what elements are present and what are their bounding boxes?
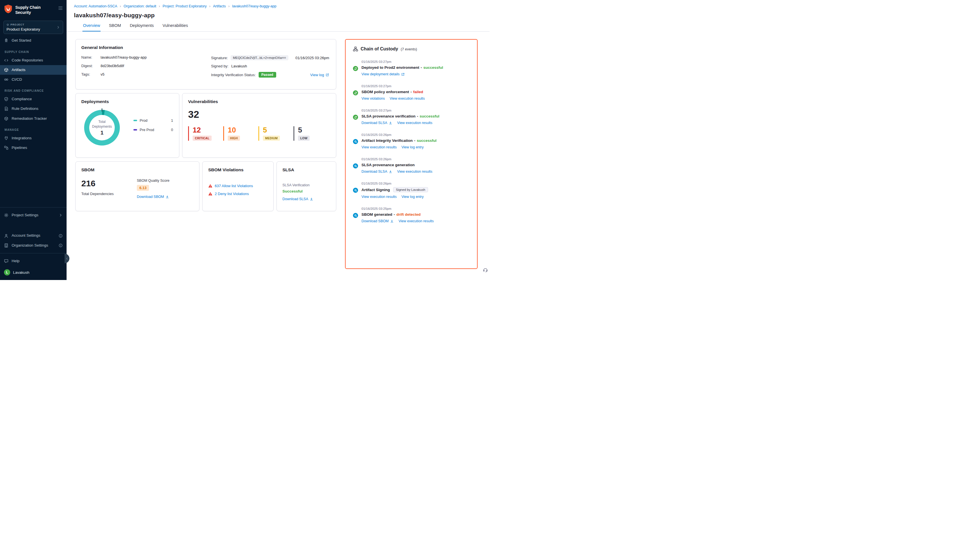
- breadcrumb-lavakush07-easy-buggy-app[interactable]: lavakush07/easy-buggy-app: [232, 4, 276, 8]
- custody-event-deployed-to-prod2-environment: 01/16/2025 03:27pmDeployed to Prod2 envi…: [353, 60, 471, 76]
- view-execution-results-link[interactable]: View execution results: [361, 195, 397, 199]
- sidebar-item-pipelines[interactable]: Pipelines: [0, 143, 67, 153]
- info-icon: [58, 234, 63, 238]
- content-area: General Information Name:lavakush07/easy…: [67, 32, 490, 280]
- view-execution-results-link[interactable]: View execution results: [399, 219, 434, 223]
- event-timestamp: 01/16/2025 03:27pm: [361, 109, 471, 112]
- chain-of-custody-icon: [353, 47, 358, 52]
- sidebar-item-compliance[interactable]: Compliance: [0, 94, 67, 104]
- download-sbom-link[interactable]: Download SBOM: [137, 195, 169, 199]
- tab-deployments[interactable]: Deployments: [129, 23, 154, 32]
- external-link-icon: [401, 72, 405, 76]
- sidebar-item-rule-definitions[interactable]: Rule Definitions: [0, 104, 67, 113]
- rocket-icon: [4, 38, 8, 43]
- 637-allow-list-violations-link[interactable]: 637 Allow list Violations: [215, 184, 253, 188]
- tab-vulnerabilities[interactable]: Vulnerabilities: [162, 23, 189, 32]
- download-slsa-link[interactable]: Download SLSA: [282, 197, 313, 201]
- info-field-tags: Tags:v5: [81, 72, 211, 77]
- view-log-entry-link[interactable]: View log entry: [401, 195, 423, 199]
- deployments-card: Deployments Total Deployments 1 Prod1Pre…: [75, 93, 179, 158]
- package-icon: [4, 68, 8, 72]
- user-menu[interactable]: L Lavakush: [0, 266, 67, 277]
- severity-breakdown: 12CRITICAL10HIGH5MEDIUM5LOW: [188, 126, 330, 141]
- event-timestamp: 01/16/2025 03:26pm: [361, 133, 471, 137]
- custody-event-slsa-provenance-generation: 01/16/2025 03:26pmSLSA provenance genera…: [353, 157, 471, 173]
- breadcrumb-artifacts[interactable]: Artifacts: [213, 4, 226, 8]
- sidebar-bottom: Project SettingsAccount SettingsOrganiza…: [0, 204, 67, 280]
- legend-pre-prod: Pre Prod0: [134, 128, 173, 132]
- view-violations-link[interactable]: View violations: [361, 97, 385, 100]
- breadcrumb-separator: ›: [120, 4, 121, 8]
- chevron-right-icon: [58, 213, 63, 217]
- code-icon: [4, 58, 8, 63]
- custody-events-list: 01/16/2025 03:27pmDeployed to Prod2 envi…: [353, 60, 471, 223]
- module-grid-icon[interactable]: [58, 4, 63, 10]
- download-slsa-link[interactable]: Download SLSA: [361, 121, 393, 125]
- download-sbom-link[interactable]: Download SBOM: [361, 219, 394, 223]
- vulnerabilities-total: 32: [188, 109, 330, 120]
- tab-overview[interactable]: Overview: [82, 23, 100, 32]
- sidebar-item-project-settings[interactable]: Project Settings: [0, 210, 67, 220]
- shield-icon: [4, 97, 8, 102]
- vulnerabilities-card: Vulnerabilities 32 12CRITICAL10HIGH5MEDI…: [182, 93, 336, 158]
- view-log-link[interactable]: View log: [310, 73, 330, 77]
- user-icon: [4, 233, 8, 238]
- cube-icon: [4, 117, 8, 121]
- chat-widget-button[interactable]: [483, 267, 488, 273]
- signature-row: Signature: MEQCICde2VjIT...bL+2+mqnOXw==…: [211, 55, 330, 60]
- custody-event-sbom-policy-enforcement: 01/16/2025 03:27pmSBOM policy enforcemen…: [353, 84, 471, 100]
- app-logo-icon: [4, 4, 12, 13]
- 2-deny-list-violations-link[interactable]: 2 Deny list Violations: [215, 192, 249, 196]
- view-deployment-details-link[interactable]: View deployment details: [361, 72, 405, 76]
- plug-icon: [4, 136, 8, 140]
- sbom-total-label: Total Dependencies: [81, 192, 137, 196]
- project-selector[interactable]: PROJECT Product Exploratory: [3, 21, 63, 34]
- view-log-entry-link[interactable]: View log entry: [401, 145, 423, 149]
- event-timestamp: 01/16/2025 03:27pm: [361, 84, 471, 88]
- sidebar-item-artifacts[interactable]: Artifacts: [0, 65, 67, 75]
- nav-section-supply-chain: SUPPLY CHAIN: [0, 46, 67, 55]
- legend-marker: [134, 120, 137, 121]
- custody-event-sbom-generated: 01/16/2025 03:25pmSBOM generated-drift d…: [353, 207, 471, 223]
- breadcrumb-organization-default[interactable]: Organization: default: [124, 4, 156, 8]
- sidebar-item-code-repositories[interactable]: Code Repositories: [0, 55, 67, 65]
- app-title: Supply Chain Security: [15, 4, 55, 15]
- donut-value: 1: [90, 130, 114, 136]
- download-slsa-link[interactable]: Download SLSA: [361, 170, 393, 173]
- scan-step-icon: [353, 188, 358, 193]
- sidebar-item-remediation-tracker[interactable]: Remediation Tracker: [0, 114, 67, 123]
- view-execution-results-link[interactable]: View execution results: [397, 170, 432, 173]
- view-execution-results-link[interactable]: View execution results: [361, 145, 397, 149]
- sidebar-item-integrations[interactable]: Integrations: [0, 133, 67, 143]
- sidebar-item-label: Integrations: [12, 136, 32, 140]
- tab-bar: OverviewSBOMDeploymentsVulnerabilities: [82, 23, 490, 32]
- sidebar: Supply Chain Security PROJECT Product Ex…: [0, 0, 67, 280]
- severity-badge: HIGH: [228, 136, 240, 141]
- sidebar-item-get-started[interactable]: Get Started: [0, 36, 67, 45]
- sidebar-item-account-settings[interactable]: Account Settings: [0, 231, 67, 240]
- project-name: Product Exploratory: [7, 27, 40, 32]
- sidebar-item-label: Pipelines: [12, 145, 27, 150]
- download-icon: [165, 195, 169, 199]
- deployments-donut-chart: Total Deployments 1: [84, 110, 120, 145]
- legend-prod: Prod1: [134, 118, 173, 123]
- legend-marker: [134, 129, 137, 130]
- sidebar-item-label: Code Repositories: [12, 58, 43, 63]
- event-timestamp: 01/16/2025 03:26pm: [361, 182, 471, 185]
- breadcrumb: Account: Automation-SSCA›Organization: d…: [74, 3, 490, 8]
- sidebar-item-help[interactable]: Help: [0, 256, 67, 266]
- view-execution-results-link[interactable]: View execution results: [397, 121, 432, 125]
- pipeline-icon: [4, 145, 8, 150]
- card-title-deployments: Deployments: [81, 99, 174, 104]
- info-field-name: Name:lavakush07/easy-buggy-app: [81, 55, 211, 60]
- deployments-legend: Prod1Pre Prod0: [134, 118, 173, 145]
- breadcrumb-account-automation-ssca[interactable]: Account: Automation-SSCA: [74, 4, 117, 8]
- download-icon: [390, 219, 394, 223]
- severity-badge: MEDIUM: [263, 136, 280, 141]
- breadcrumb-project-product-exploratory[interactable]: Project: Product Exploratory: [163, 4, 207, 8]
- signed-by-value: Lavakush: [231, 64, 247, 68]
- sidebar-item-ci-cd[interactable]: CI/CD: [0, 75, 67, 84]
- sidebar-item-organization-settings[interactable]: Organization Settings: [0, 241, 67, 250]
- view-execution-results-link[interactable]: View execution results: [389, 97, 424, 100]
- tab-sbom[interactable]: SBOM: [108, 23, 122, 32]
